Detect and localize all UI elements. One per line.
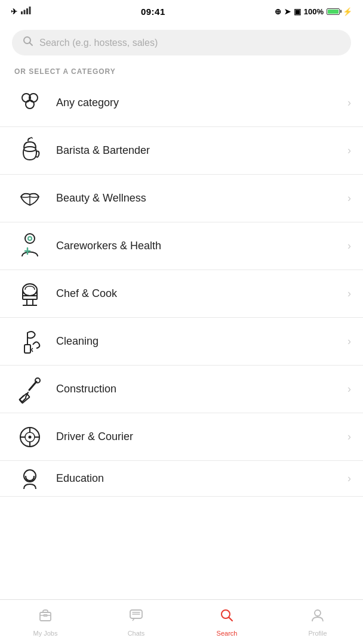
svg-rect-2: [26, 8, 28, 14]
category-item-cleaning[interactable]: Cleaning ›: [0, 318, 363, 366]
any-category-icon: [12, 85, 48, 121]
tab-label-profile: Profile: [308, 630, 327, 637]
svg-point-8: [26, 100, 34, 109]
svg-rect-13: [23, 296, 37, 299]
category-name-barista: Barista & Bartender: [56, 144, 347, 157]
battery-percent: 100%: [304, 7, 324, 16]
chevron-icon-education: ›: [347, 472, 351, 485]
chevron-icon-cleaning: ›: [347, 335, 351, 348]
construction-icon: [12, 371, 48, 407]
status-time: 09:41: [141, 7, 165, 17]
search-container: Search (e.g. hostess, sales): [0, 21, 363, 63]
chevron-icon-care: ›: [347, 240, 351, 252]
chef-icon: [12, 276, 48, 312]
category-item-chef[interactable]: Chef & Cook ›: [0, 270, 363, 318]
svg-rect-14: [24, 345, 30, 353]
chevron-icon-beauty: ›: [347, 192, 351, 205]
tab-profile[interactable]: Profile: [272, 600, 363, 644]
category-item-barista[interactable]: Barista & Bartender ›: [0, 127, 363, 175]
status-right: ⊕ ➤ ▣ 100% ⚡: [275, 7, 352, 16]
category-item-any[interactable]: Any category ›: [0, 79, 363, 127]
category-item-construction[interactable]: Construction ›: [0, 366, 363, 413]
cleaning-icon: [12, 324, 48, 360]
chevron-icon-driver: ›: [347, 431, 351, 443]
tab-bar: My Jobs Chats Search Pr: [0, 599, 363, 644]
svg-point-16: [35, 378, 40, 383]
svg-point-9: [24, 147, 36, 151]
battery-icon: [327, 8, 340, 15]
status-left: ✈: [11, 7, 32, 16]
tab-chats[interactable]: Chats: [91, 600, 182, 644]
care-icon: [12, 228, 48, 264]
svg-rect-3: [29, 7, 31, 14]
gps-icon: ➤: [284, 7, 291, 16]
myjobs-icon: [38, 608, 53, 627]
beauty-icon: [12, 181, 48, 216]
tab-search[interactable]: Search: [182, 600, 272, 644]
chevron-icon-chef: ›: [347, 287, 351, 300]
education-icon: [12, 461, 48, 497]
svg-point-19: [29, 435, 32, 438]
chats-icon: [128, 608, 144, 627]
svg-line-25: [229, 617, 233, 621]
category-item-driver[interactable]: Driver & Courier ›: [0, 413, 363, 461]
svg-point-10: [25, 234, 35, 243]
category-name-beauty: Beauty & Wellness: [56, 192, 347, 205]
category-name-any: Any category: [56, 97, 347, 109]
main-content: Search (e.g. hostess, sales) OR SELECT A…: [0, 21, 363, 544]
category-item-care[interactable]: Careworkers & Health ›: [0, 222, 363, 270]
screen-icon: ▣: [294, 7, 301, 16]
category-item-education[interactable]: Education ›: [0, 461, 363, 497]
airplane-icon: ✈: [11, 7, 17, 16]
charging-icon: ⚡: [343, 7, 352, 16]
category-name-cleaning: Cleaning: [56, 335, 347, 348]
tab-label-search: Search: [217, 630, 238, 637]
category-name-chef: Chef & Cook: [56, 287, 347, 300]
profile-icon: [310, 608, 325, 627]
category-name-driver: Driver & Courier: [56, 431, 347, 443]
search-bar[interactable]: Search (e.g. hostess, sales): [12, 30, 351, 55]
svg-rect-1: [24, 10, 26, 15]
driver-icon: [12, 419, 48, 455]
tab-label-myjobs: My Jobs: [33, 630, 58, 637]
signal-icon: [21, 7, 32, 16]
location-icon: ⊕: [275, 7, 281, 16]
chevron-icon-construction: ›: [347, 383, 351, 395]
search-tab-icon: [219, 608, 235, 627]
chevron-icon-barista: ›: [347, 144, 351, 157]
category-section-label: OR SELECT A CATEGORY: [0, 63, 363, 79]
svg-rect-0: [21, 11, 23, 14]
svg-point-26: [315, 610, 321, 616]
search-icon: [23, 36, 33, 49]
category-name-care: Careworkers & Health: [56, 240, 347, 252]
search-placeholder: Search (e.g. hostess, sales): [39, 38, 158, 48]
svg-line-5: [30, 43, 33, 46]
tab-label-chats: Chats: [128, 630, 145, 637]
tab-myjobs[interactable]: My Jobs: [0, 600, 91, 644]
category-name-education: Education: [56, 472, 347, 485]
category-item-beauty[interactable]: Beauty & Wellness ›: [0, 175, 363, 222]
category-list: Any category › Barista & Bartender ›: [0, 79, 363, 497]
status-bar: ✈ 09:41 ⊕ ➤ ▣ 100% ⚡: [0, 0, 363, 21]
chevron-icon-any: ›: [347, 97, 351, 109]
category-name-construction: Construction: [56, 383, 347, 395]
svg-point-11: [28, 237, 32, 240]
barista-icon: [12, 133, 48, 169]
